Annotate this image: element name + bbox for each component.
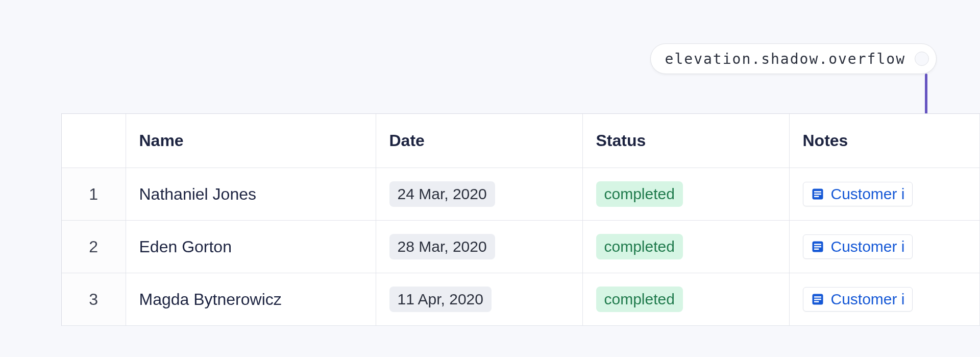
note-chip[interactable]: Customer i [803,182,913,206]
row-index: 3 [62,273,126,326]
cell-notes: Customer i [789,221,980,273]
cell-date: 11 Apr, 2020 [376,273,582,326]
status-chip: completed [596,181,683,207]
svg-rect-3 [814,196,819,198]
note-chip[interactable]: Customer i [803,234,913,259]
note-label: Customer i [831,291,905,308]
svg-rect-1 [814,191,821,193]
table-row[interactable]: 3 Magda Bytnerowicz 11 Apr, 2020 complet… [62,273,980,326]
cell-name: Eden Gorton [126,221,376,273]
date-chip: 24 Mar, 2020 [389,181,495,207]
row-index: 2 [62,221,126,273]
note-label: Customer i [831,238,905,255]
cell-notes: Customer i [789,273,980,326]
cell-name: Magda Bytnerowicz [126,273,376,326]
col-index[interactable] [62,114,126,168]
svg-rect-6 [814,246,821,248]
table-row[interactable]: 2 Eden Gorton 28 Mar, 2020 completed Cus… [62,221,980,273]
cell-notes: Customer i [789,168,980,221]
cell-date: 24 Mar, 2020 [376,168,582,221]
note-icon [811,187,825,201]
svg-rect-2 [814,194,821,195]
cell-status: completed [582,273,789,326]
date-chip: 11 Apr, 2020 [389,287,492,312]
svg-rect-9 [814,296,821,298]
data-table: Name Date Status Notes 1 Nathaniel Jones… [61,113,980,326]
cell-status: completed [582,221,789,273]
date-chip: 28 Mar, 2020 [389,234,495,259]
svg-rect-5 [814,244,821,245]
status-chip: completed [596,287,683,312]
col-status[interactable]: Status [582,114,789,168]
col-notes[interactable]: Notes [789,114,980,168]
note-chip[interactable]: Customer i [803,287,913,312]
svg-rect-10 [814,299,821,300]
svg-rect-11 [814,301,819,303]
status-chip: completed [596,234,683,259]
cell-name: Nathaniel Jones [126,168,376,221]
table-row[interactable]: 1 Nathaniel Jones 24 Mar, 2020 completed… [62,168,980,221]
design-token-pill[interactable]: elevation.shadow.overflow [650,43,937,74]
row-index: 1 [62,168,126,221]
cell-date: 28 Mar, 2020 [376,221,582,273]
col-date[interactable]: Date [376,114,582,168]
note-icon [811,292,825,306]
col-name[interactable]: Name [126,114,376,168]
note-icon [811,240,825,254]
design-token-label: elevation.shadow.overflow [665,51,905,67]
svg-rect-7 [814,249,819,250]
table-header-row: Name Date Status Notes [62,114,980,168]
note-label: Customer i [831,185,905,203]
design-token-swatch [915,52,929,66]
cell-status: completed [582,168,789,221]
